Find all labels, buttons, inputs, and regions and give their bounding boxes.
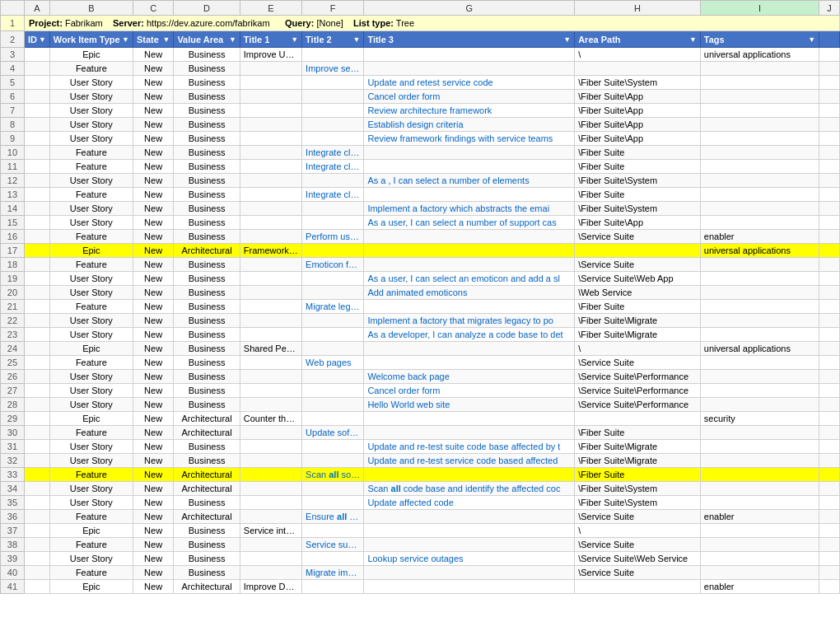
cell-value-area: Business [174, 258, 240, 272]
table-row: 5 User Story New Business Update and ret… [1, 76, 840, 90]
row-num-18: 18 [1, 258, 25, 272]
col-state[interactable]: State ▼ [133, 31, 174, 48]
work-item-type-filter-icon[interactable]: ▼ [122, 35, 129, 44]
table-row: 6 User Story New Business Cancel order f… [1, 90, 840, 104]
cell-type: Feature [49, 146, 133, 160]
cell-state: New [133, 468, 174, 482]
table-row: 31 User Story New Business Update and re… [1, 440, 840, 454]
cell-title1 [240, 76, 301, 90]
table-row: 22 User Story New Business Implement a f… [1, 314, 840, 328]
cell-title1 [240, 300, 301, 314]
table-row: 24 Epic New Business Shared Personalizat… [1, 342, 840, 356]
cell-type: Epic [49, 48, 133, 62]
row-num-8: 8 [1, 118, 25, 132]
table-row: 23 User Story New Business As a develope… [1, 328, 840, 342]
cell-tags: enabler [700, 580, 819, 594]
cell-title3: Hello World web site [364, 398, 575, 412]
cell-j [819, 244, 840, 258]
col-value-area[interactable]: Value Area ▼ [174, 31, 240, 48]
cell-j [819, 90, 840, 104]
cell-id [24, 384, 49, 398]
cell-j [819, 188, 840, 202]
title3-filter-icon[interactable]: ▼ [563, 35, 571, 44]
cell-area-path [575, 244, 701, 258]
cell-tags [700, 482, 819, 496]
col-letter-h: H [575, 1, 701, 16]
cell-area-path: \Fiber Suite [575, 160, 701, 174]
row-num-27: 27 [1, 384, 25, 398]
cell-title1 [240, 286, 301, 300]
row-num-10: 10 [1, 146, 25, 160]
row-num-36: 36 [1, 510, 25, 524]
row-num-26: 26 [1, 370, 25, 384]
cell-state: New [133, 398, 174, 412]
cell-title3 [364, 468, 575, 482]
col-letter-i: I [700, 1, 819, 16]
row-num-41: 41 [1, 580, 25, 594]
state-filter-icon[interactable]: ▼ [162, 35, 170, 44]
cell-tags [700, 174, 819, 188]
area-path-filter-icon[interactable]: ▼ [689, 35, 697, 44]
col-tags[interactable]: Tags ▼ [700, 31, 819, 48]
cell-state: New [133, 300, 174, 314]
col-title2[interactable]: Title 2 ▼ [302, 31, 364, 48]
cell-j [819, 552, 840, 566]
cell-j [819, 426, 840, 440]
tags-filter-icon[interactable]: ▼ [808, 35, 815, 44]
cell-tags [700, 552, 819, 566]
cell-id [24, 454, 49, 468]
cell-type: Epic [49, 412, 133, 426]
value-area-filter-icon[interactable]: ▼ [229, 35, 236, 44]
cell-title1 [240, 384, 301, 398]
cell-value-area: Architectural [174, 412, 240, 426]
cell-area-path: \Service Suite\Web Service [575, 552, 701, 566]
id-filter-icon[interactable]: ▼ [39, 35, 46, 44]
cell-title1 [240, 188, 301, 202]
title1-filter-icon[interactable]: ▼ [291, 35, 298, 44]
cell-title3 [364, 258, 575, 272]
cell-tags [700, 160, 819, 174]
table-row: 25 Feature New Business Web pages \Servi… [1, 356, 840, 370]
cell-area-path: \Service Suite\Performance [575, 398, 701, 412]
table-row: 32 User Story New Business Update and re… [1, 454, 840, 468]
cell-title1 [240, 538, 301, 552]
table-row: 17 Epic New Architectural Framework to p… [1, 244, 840, 258]
cell-title2 [302, 482, 364, 496]
cell-title2 [302, 580, 364, 594]
cell-title2 [302, 440, 364, 454]
cell-tags [700, 440, 819, 454]
row-num-32: 32 [1, 454, 25, 468]
cell-title2 [302, 370, 364, 384]
cell-id [24, 412, 49, 426]
cell-title1 [240, 160, 301, 174]
cell-title1 [240, 370, 301, 384]
cell-state: New [133, 510, 174, 524]
cell-j [819, 580, 840, 594]
table-row: 40 Feature New Business Migrate impact o… [1, 566, 840, 580]
col-area-path[interactable]: Area Path ▼ [575, 31, 701, 48]
col-work-item-type[interactable]: Work Item Type ▼ [49, 31, 133, 48]
cell-type: Epic [49, 244, 133, 258]
cell-j [819, 104, 840, 118]
cell-tags [700, 272, 819, 286]
cell-type: Feature [49, 62, 133, 76]
cell-title3: As a developer, I can analyze a code bas… [364, 328, 575, 342]
cell-state: New [133, 62, 174, 76]
cell-title1 [240, 398, 301, 412]
cell-title1 [240, 174, 301, 188]
col-title3[interactable]: Title 3 ▼ [364, 31, 575, 48]
cell-tags [700, 188, 819, 202]
cell-tags [700, 398, 819, 412]
cell-title3 [364, 188, 575, 202]
title2-filter-icon[interactable]: ▼ [352, 35, 360, 44]
col-id[interactable]: ID ▼ [24, 31, 49, 48]
cell-tags [700, 104, 819, 118]
cell-id [24, 398, 49, 412]
cell-title1: Improve DevOps Continuous Pipeline Deliv… [240, 580, 301, 594]
cell-area-path: \Service Suite [575, 510, 701, 524]
row-num-25: 25 [1, 356, 25, 370]
row-num-30: 30 [1, 426, 25, 440]
cell-title3 [364, 244, 575, 258]
cell-tags [700, 216, 819, 230]
col-title1[interactable]: Title 1 ▼ [240, 31, 301, 48]
